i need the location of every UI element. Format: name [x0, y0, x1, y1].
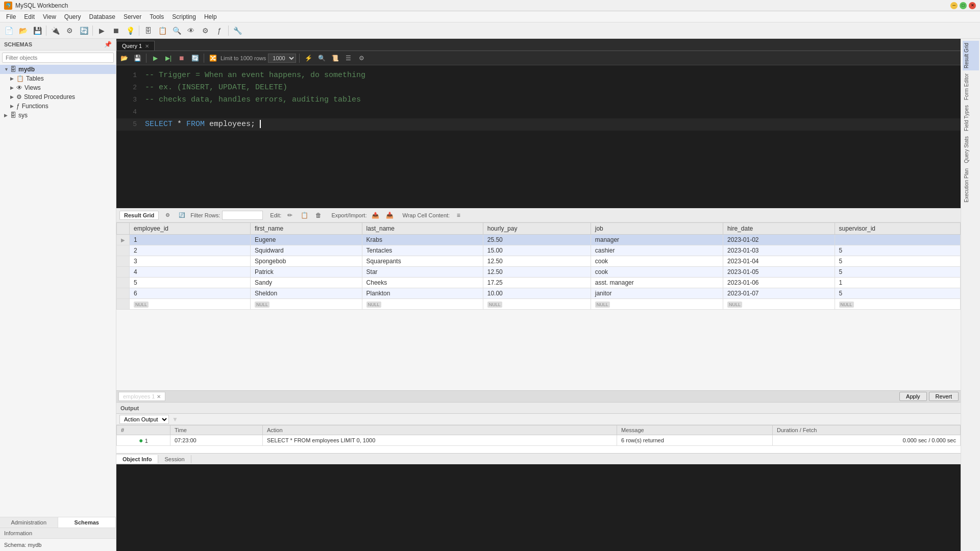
menu-view[interactable]: View [39, 12, 60, 21]
toolbar-run[interactable]: ▶ [95, 24, 108, 37]
menu-file[interactable]: File [2, 12, 20, 21]
tree-item-mydb[interactable]: ▼ 🗄 mydb [0, 65, 116, 74]
sql-config-btn[interactable]: ⚙ [356, 53, 367, 64]
right-btn-query-stats[interactable]: Query Stats [963, 134, 979, 165]
toolbar-schema[interactable]: 🗄 [141, 24, 155, 37]
bottom-tab-object-info[interactable]: Object Info [116, 455, 158, 463]
col-header-hire-date[interactable]: hire_date [723, 223, 835, 235]
bottom-tab-session[interactable]: Session [158, 455, 191, 463]
tree-item-tables[interactable]: ▶ 📋 Tables [0, 74, 116, 83]
output-header-row: # Time Action Message Duration / Fetch [117, 425, 961, 435]
sql-explain-btn[interactable]: 🔍 [316, 53, 327, 64]
table-row[interactable]: 6 Sheldon Plankton 10.00 janitor 2023-01… [117, 288, 961, 299]
result-grid-tab[interactable]: Result Grid [119, 211, 159, 220]
query-tab-1[interactable]: Query 1 ✕ [116, 41, 155, 51]
close-button[interactable]: ✕ [969, 2, 976, 9]
menu-database[interactable]: Database [85, 12, 119, 21]
sql-refresh-btn[interactable]: 🔄 [189, 53, 201, 64]
toolbar-proc[interactable]: ⚙ [199, 24, 212, 37]
results-table-container[interactable]: employee_id first_name last_name hourly_… [116, 222, 961, 390]
code-editor[interactable]: 1 -- Trigger = When an event happens, do… [116, 65, 961, 208]
col-header-job[interactable]: job [591, 223, 723, 235]
toolbar-save[interactable]: 💾 [31, 24, 44, 37]
sql-open-btn[interactable]: 📂 [118, 53, 130, 64]
toolbar-connect[interactable]: 🔌 [48, 24, 62, 37]
sql-run-btn[interactable]: ▶ [150, 53, 161, 64]
limit-select[interactable]: 1000 500 200 100 [268, 54, 296, 63]
right-btn-result-grid[interactable]: Result Grid [963, 41, 979, 70]
toolbar-new[interactable]: 📄 [2, 24, 15, 37]
toolbar-misc[interactable]: 🔧 [231, 24, 244, 37]
edit-btn-3[interactable]: 🗑 [313, 210, 324, 221]
export-btn[interactable]: 📤 [370, 210, 381, 221]
menu-query[interactable]: Query [60, 12, 85, 21]
query-tab-close[interactable]: ✕ [145, 43, 149, 49]
col-header-employee-id[interactable]: employee_id [130, 223, 251, 235]
apply-button[interactable]: Apply [899, 392, 927, 401]
output-table: # Time Action Message Duration / Fetch ●… [116, 425, 961, 446]
result-tab-close[interactable]: ✕ [157, 394, 161, 399]
sql-save-btn[interactable]: 💾 [132, 53, 143, 64]
toolbar-stop[interactable]: ⏹ [109, 24, 122, 37]
toolbar-inspector[interactable]: 🔍 [170, 24, 183, 37]
right-btn-field-types[interactable]: Field Types [963, 103, 979, 133]
filter-rows-label: Filter Rows: [190, 212, 220, 218]
table-row[interactable]: 5 Sandy Cheeks 17.25 asst. manager 2023-… [117, 278, 961, 288]
table-row[interactable]: 3 Spongebob Squarepants 12.50 cook 2023-… [117, 256, 961, 267]
tab-schemas[interactable]: Schemas [58, 517, 116, 528]
code-line-4: 4 [116, 106, 961, 118]
edit-btn-2[interactable]: 📋 [299, 210, 310, 221]
menu-help[interactable]: Help [200, 12, 221, 21]
tree-item-views[interactable]: ▶ 👁 Views [0, 83, 116, 92]
result-set-tabs: employees 1 ✕ [118, 392, 165, 401]
sql-toggle-btn[interactable]: 🔀 [207, 53, 218, 64]
table-row[interactable]: 2 Squidward Tentacles 15.00 cashier 2023… [117, 245, 961, 256]
toolbar-explain[interactable]: 💡 [124, 24, 137, 37]
minimize-button[interactable]: ─ [950, 2, 958, 9]
results-settings-btn[interactable]: ⚙ [162, 210, 173, 221]
import-btn[interactable]: 📥 [384, 210, 395, 221]
output-col-hash: # [117, 425, 170, 435]
sql-history-btn[interactable]: 📜 [329, 53, 340, 64]
revert-button[interactable]: Revert [929, 392, 959, 401]
wrap-btn[interactable]: ≡ [453, 210, 464, 221]
results-refresh-btn[interactable]: 🔄 [176, 210, 187, 221]
sql-format-btn[interactable]: ☰ [342, 53, 354, 64]
sql-stop-btn[interactable]: ⏹ [176, 53, 187, 64]
search-input[interactable] [2, 53, 114, 63]
col-header-supervisor-id[interactable]: supervisor_id [835, 223, 960, 235]
tree-item-stored-procs[interactable]: ▶ ⚙ Stored Procedures [0, 92, 116, 102]
result-set-tab-1[interactable]: employees 1 ✕ [118, 392, 165, 401]
tree-item-functions[interactable]: ▶ ƒ Functions [0, 102, 116, 111]
right-btn-form-editor[interactable]: Form Editor [963, 71, 979, 102]
title-bar: 🐬 MySQL Workbench ─ □ ✕ [0, 0, 980, 11]
toolbar-disconnect[interactable]: ⚙ [63, 24, 76, 37]
tree-label-procs: Stored Procedures [24, 93, 75, 101]
menu-tools[interactable]: Tools [145, 12, 168, 21]
table-row[interactable]: 4 Patrick Star 12.50 cook 2023-01-05 5 [117, 267, 961, 278]
right-btn-exec-plan[interactable]: Execution Plan [963, 166, 979, 205]
output-type-select[interactable]: Action Output [119, 415, 169, 424]
toolbar-reconnect[interactable]: 🔄 [77, 24, 90, 37]
filter-rows-input[interactable] [222, 211, 263, 220]
edit-btn-1[interactable]: ✏ [284, 210, 296, 221]
tree-item-sys[interactable]: ▶ 🗄 sys [0, 111, 116, 120]
toolbar-open[interactable]: 📂 [16, 24, 30, 37]
col-header-hourly-pay[interactable]: hourly_pay [483, 223, 591, 235]
tab-administration[interactable]: Administration [0, 517, 58, 528]
maximize-button[interactable]: □ [960, 2, 967, 9]
menu-edit[interactable]: Edit [20, 12, 39, 21]
toolbar-view[interactable]: 👁 [184, 24, 198, 37]
menu-server[interactable]: Server [119, 12, 145, 21]
toolbar-func[interactable]: ƒ [213, 24, 226, 37]
main-toolbar: 📄 📂 💾 🔌 ⚙ 🔄 ▶ ⏹ 💡 🗄 📋 🔍 👁 ⚙ ƒ 🔧 [0, 22, 980, 39]
sql-exec-btn[interactable]: ⚡ [303, 53, 314, 64]
col-header-first-name[interactable]: first_name [251, 223, 362, 235]
schemas-pin-icon[interactable]: 📌 [104, 41, 112, 48]
toolbar-table[interactable]: 📋 [156, 24, 169, 37]
table-row[interactable]: ▶ 1 Eugene Krabs 25.50 manager 2023-01-0… [117, 235, 961, 245]
col-header-last-name[interactable]: last_name [362, 223, 483, 235]
result-set-label: employees 1 [123, 393, 155, 399]
sql-run-sel-btn[interactable]: ▶| [163, 53, 174, 64]
menu-scripting[interactable]: Scripting [168, 12, 200, 21]
